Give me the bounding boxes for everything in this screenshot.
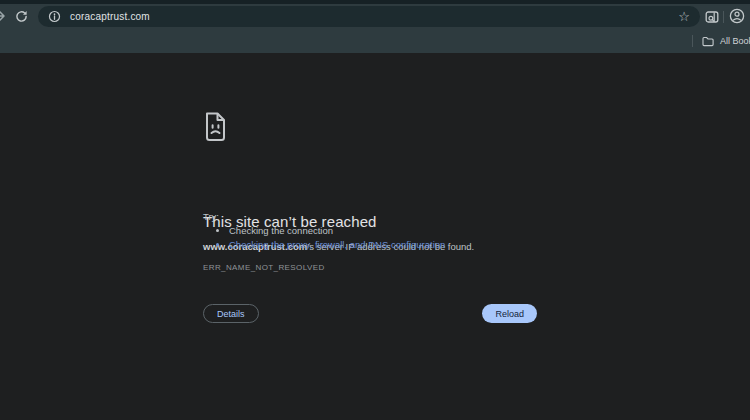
bookmarks-divider: [692, 35, 693, 47]
folder-icon: [702, 36, 714, 47]
bookmarks-bar: All Bookmarks: [0, 29, 750, 53]
try-label: Try:: [203, 211, 219, 222]
bookmark-star-icon[interactable]: ☆: [678, 10, 690, 23]
site-info-icon[interactable]: [48, 10, 61, 23]
reload-button[interactable]: Reload: [482, 304, 537, 323]
all-bookmarks-label: All Bookmarks: [720, 36, 750, 46]
side-panel-icon[interactable]: [705, 10, 719, 24]
address-bar[interactable]: coracaptrust.com ☆: [38, 6, 700, 27]
browser-window: coracaptrust.com ☆ All Bookmarks: [0, 0, 750, 420]
all-bookmarks-button[interactable]: All Bookmarks: [692, 29, 750, 53]
suggestion-check-connection: Checking the connection: [229, 224, 445, 238]
browser-toolbar: coracaptrust.com ☆: [0, 4, 750, 29]
error-page: This site can’t be reached www.coracaptr…: [0, 53, 750, 420]
suggestion-proxy-firewall-dns-link[interactable]: Checking the proxy, firewall, and DNS co…: [229, 238, 445, 252]
forward-arrow-icon[interactable]: [0, 9, 6, 23]
error-code: ERR_NAME_NOT_RESOLVED: [203, 263, 325, 272]
url-text: coracaptrust.com: [70, 11, 150, 22]
profile-avatar-icon[interactable]: [729, 8, 745, 24]
reload-icon[interactable]: [15, 10, 28, 23]
details-button[interactable]: Details: [203, 304, 259, 323]
sad-document-icon: [203, 112, 228, 142]
suggestions-list: Checking the connection Checking the pro…: [203, 224, 445, 252]
toolbar-divider: [723, 11, 724, 23]
